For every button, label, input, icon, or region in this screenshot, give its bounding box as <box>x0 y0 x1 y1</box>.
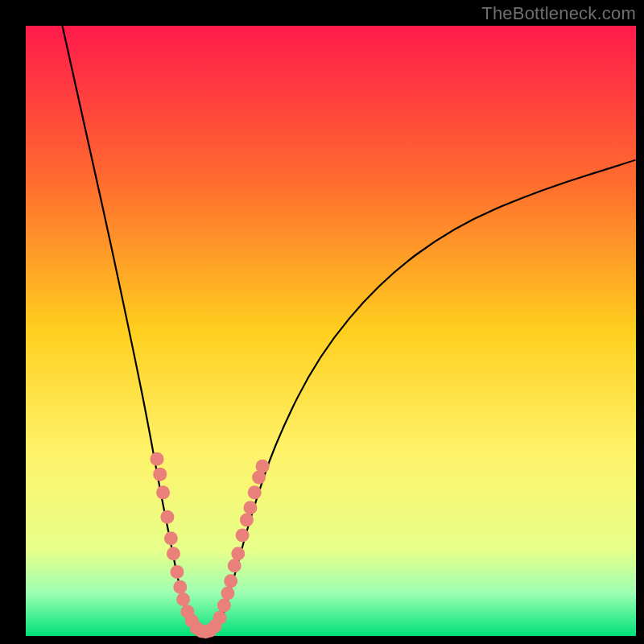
sample-marker <box>150 452 163 466</box>
sample-marker <box>228 559 242 572</box>
sample-marker <box>224 574 237 588</box>
sample-marker <box>256 460 270 473</box>
plot-background <box>26 26 636 636</box>
sample-marker <box>167 547 180 560</box>
sample-marker <box>156 485 170 499</box>
sample-marker <box>170 565 184 579</box>
sample-marker <box>153 468 167 481</box>
sample-marker <box>236 528 250 542</box>
sample-marker <box>217 599 231 613</box>
sample-marker <box>173 580 187 594</box>
sample-marker <box>231 547 245 560</box>
watermark-text: TheBottleneck.com <box>481 3 636 24</box>
sample-marker <box>160 510 174 524</box>
sample-marker <box>213 611 227 625</box>
bottleneck-chart <box>0 0 644 644</box>
sample-marker <box>221 586 234 600</box>
sample-marker <box>176 592 190 606</box>
sample-marker <box>243 501 257 514</box>
sample-marker <box>240 513 254 526</box>
sample-marker <box>164 531 178 545</box>
chart-frame: TheBottleneck.com <box>0 0 644 644</box>
sample-marker <box>248 485 262 499</box>
